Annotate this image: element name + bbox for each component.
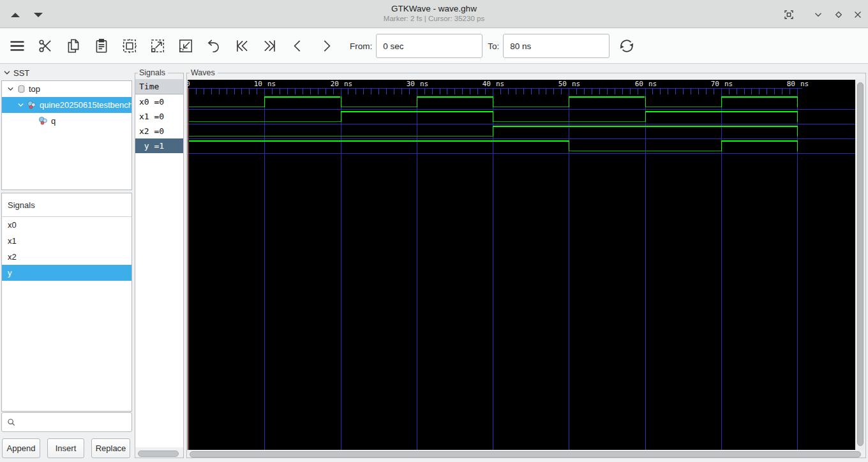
- timeline-tick: [310, 89, 311, 94]
- timeline-unit: ns: [572, 80, 580, 88]
- wave-area[interactable]: 010ns20ns30ns40ns50ns60ns70ns80ns: [188, 80, 855, 450]
- timeline-unit: ns: [648, 80, 657, 88]
- signal-value-row[interactable]: x2 =0: [135, 124, 183, 138]
- wave-segment-x1: [645, 111, 798, 112]
- wave-edge-x1: [645, 111, 646, 122]
- chevron-down-icon: [3, 68, 11, 77]
- timeline-tick: [774, 89, 775, 94]
- timeline-tick: [675, 89, 676, 94]
- wave-edge-y: [797, 140, 798, 151]
- timeline-label: 10: [237, 80, 262, 88]
- list-item-selected[interactable]: y: [2, 265, 131, 281]
- scrollbar-thumb[interactable]: [190, 451, 861, 458]
- timeline-tick: [698, 89, 699, 94]
- timeline-tick: [326, 89, 326, 94]
- timeline-tick: [386, 89, 387, 94]
- timeline-tick: [584, 89, 585, 94]
- timeline-tick: [576, 89, 577, 94]
- signals-list-header[interactable]: Signals: [2, 193, 131, 217]
- zoom-in-icon[interactable]: [148, 36, 167, 56]
- waves-hscrollbar[interactable]: [188, 451, 865, 458]
- grid-line: [493, 88, 493, 450]
- list-item[interactable]: x0: [2, 217, 131, 233]
- signal-value-row[interactable]: x1 =0: [135, 109, 183, 124]
- timeline-label: 0: [188, 80, 190, 88]
- tree-row-top[interactable]: top: [2, 81, 131, 97]
- trace-separator: [188, 109, 855, 110]
- zoom-fit-icon[interactable]: [120, 36, 139, 56]
- timeline-label: 70: [694, 80, 719, 88]
- scrollbar-thumb[interactable]: [857, 82, 864, 446]
- timeline-tick: [638, 89, 638, 94]
- zoom-out-icon[interactable]: [176, 36, 195, 56]
- copy-icon[interactable]: [64, 36, 83, 56]
- timeline-tick: [485, 89, 486, 94]
- tree-row-q[interactable]: q: [2, 113, 131, 129]
- reload-icon[interactable]: [617, 36, 636, 56]
- timeline-tick: [751, 89, 752, 94]
- wave-edge-x2: [797, 126, 798, 137]
- list-item[interactable]: x1: [2, 233, 131, 249]
- signal-value-row[interactable]: x0 =0: [135, 94, 183, 109]
- timeline-tick: [477, 89, 478, 94]
- signal-value-row-selected[interactable]: y =1: [135, 138, 183, 153]
- insert-button[interactable]: Insert: [47, 438, 84, 458]
- waves-frame-label: Waves: [190, 68, 218, 78]
- signal-search[interactable]: [1, 412, 132, 432]
- signals-column-hscrollbar[interactable]: [137, 450, 182, 458]
- timeline-tick: [668, 89, 668, 94]
- signals-frame-label: Signals: [138, 68, 168, 78]
- minimize-chevron-icon[interactable]: [812, 8, 825, 21]
- time-header[interactable]: Time: [135, 79, 183, 94]
- wave-segment-y: [721, 140, 797, 142]
- timeline-tick: [592, 89, 592, 94]
- wave-edge-x1: [797, 111, 798, 122]
- scope-cylinder-icon: [15, 84, 27, 94]
- timeline-label: 50: [541, 80, 567, 88]
- go-previous-icon[interactable]: [288, 36, 308, 56]
- wave-edge-x0: [417, 96, 417, 107]
- wave-edge-x0: [264, 96, 265, 107]
- chevron-down-icon[interactable]: [15, 101, 26, 109]
- scrollbar-thumb[interactable]: [138, 451, 179, 457]
- timeline-tick: [204, 89, 204, 94]
- go-next-icon[interactable]: [317, 36, 336, 56]
- wave-edge-x0: [493, 96, 493, 107]
- sst-expander[interactable]: SST: [3, 67, 29, 78]
- magnifier-icon: [6, 417, 17, 428]
- append-button[interactable]: Append: [2, 438, 40, 458]
- grid-line: [417, 88, 417, 450]
- wave-segment-x1: [341, 111, 493, 112]
- close-icon[interactable]: [851, 8, 864, 21]
- wave-edge-x0: [645, 96, 646, 107]
- tree-row-testbench[interactable]: quine20250615testbench: [2, 97, 131, 113]
- from-input[interactable]: [376, 34, 483, 58]
- timeline-tick: [348, 89, 348, 94]
- window-title: GTKWave - wave.ghw: [0, 4, 868, 13]
- menu-icon[interactable]: [8, 36, 27, 56]
- grid-line: [341, 88, 341, 450]
- timeline-tick: [714, 89, 714, 94]
- chevron-down-icon[interactable]: [5, 85, 15, 93]
- wave-edge-x0: [569, 96, 569, 107]
- waves-vscrollbar[interactable]: [856, 79, 865, 450]
- go-last-icon[interactable]: [260, 36, 280, 56]
- to-input[interactable]: [503, 34, 610, 58]
- wave-segment-y: [569, 151, 721, 151]
- titlebar: GTKWave - wave.ghw Marker: 2 fs | Cursor…: [0, 0, 868, 28]
- maximize-diamond-icon[interactable]: [832, 8, 845, 21]
- timeline-tick: [462, 89, 463, 94]
- wave-segment-y: [188, 140, 569, 142]
- list-item[interactable]: x2: [2, 249, 131, 265]
- paste-icon[interactable]: [92, 36, 111, 56]
- timeline-tick: [363, 89, 364, 94]
- undo-icon[interactable]: [204, 36, 223, 56]
- timeline-tick: [287, 89, 288, 94]
- go-first-icon[interactable]: [232, 36, 251, 56]
- tree-label: quine20250615testbench: [40, 100, 131, 110]
- replace-button[interactable]: Replace: [91, 438, 130, 458]
- timeline-tick: [295, 89, 296, 94]
- fullscreen-icon[interactable]: [782, 8, 795, 21]
- cut-icon[interactable]: [36, 36, 55, 56]
- timeline-tick: [394, 89, 394, 94]
